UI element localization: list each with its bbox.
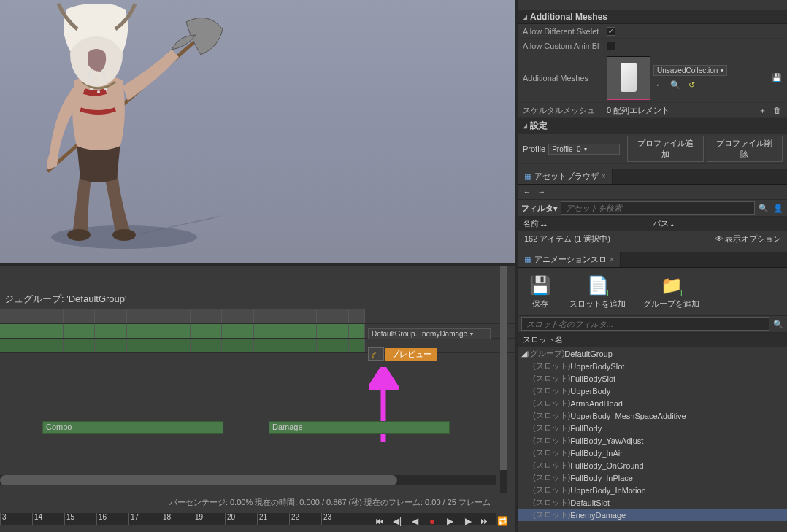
preview-icon: 🎓 bbox=[368, 347, 384, 361]
add-group-button[interactable]: 📁+ グループを追加 bbox=[636, 271, 707, 312]
preview-button[interactable]: 🎓 プレビュー bbox=[368, 347, 437, 361]
details-panel: Additional Meshes Allow Different Skelet… bbox=[518, 0, 787, 532]
svg-point-3 bbox=[112, 229, 136, 241]
ruler-tick: 19 bbox=[193, 513, 225, 525]
section-combo[interactable]: Combo bbox=[42, 421, 223, 434]
delete-profile-button[interactable]: プロファイル削除 bbox=[707, 136, 783, 162]
loop-icon[interactable]: 🔁 bbox=[496, 514, 509, 528]
additional-meshes-header[interactable]: Additional Meshes bbox=[518, 10, 787, 24]
array-elements-text: 0 配列エレメント bbox=[607, 105, 669, 116]
ruler-tick: 15 bbox=[64, 513, 96, 525]
track-row[interactable] bbox=[0, 339, 515, 353]
slot-item[interactable]: (スロット) FullBody_YawAdjust bbox=[518, 434, 787, 447]
montage-group-header[interactable]: ジュグループ: 'DefaultGroup' bbox=[0, 290, 515, 309]
ruler-tick: 3 bbox=[0, 513, 32, 525]
close-icon[interactable]: × bbox=[610, 255, 614, 263]
slot-item[interactable]: (スロット) UpperBody_MeshSpaceAdditive bbox=[518, 409, 787, 422]
search-icon[interactable]: 🔍 bbox=[772, 318, 784, 330]
ruler-tick: 23 bbox=[321, 513, 353, 525]
tab-asset-browser[interactable]: ▦ アセットブラウザ × bbox=[518, 169, 613, 184]
svg-point-5 bbox=[97, 90, 100, 93]
add-slot-icon: 📄+ bbox=[586, 274, 610, 297]
filter-label[interactable]: フィルタ▾ bbox=[521, 203, 558, 214]
search-icon[interactable]: 🔍 bbox=[669, 79, 681, 90]
svg-point-2 bbox=[67, 229, 91, 241]
allow-custom-animbp-label: Allow Custom AnimBl bbox=[523, 42, 607, 50]
save-icon[interactable]: 💾 bbox=[771, 72, 783, 84]
profile-label: Profile bbox=[523, 144, 545, 153]
slot-item[interactable]: (スロット) UpperBody bbox=[518, 385, 787, 397]
track-row[interactable] bbox=[0, 309, 515, 324]
step-back-icon[interactable]: ◀| bbox=[391, 514, 404, 528]
timeline-status: パーセンテージ: 0.00% 現在の時間: 0.000 / 0.867 (秒) … bbox=[0, 497, 496, 508]
mesh-thumbnail[interactable] bbox=[607, 56, 650, 100]
close-icon[interactable]: × bbox=[602, 172, 606, 180]
allow-different-skeletons-checkbox[interactable] bbox=[607, 27, 615, 36]
settings-header[interactable]: 設定 bbox=[518, 118, 787, 134]
allow-different-skeletons-label: Allow Different Skelet bbox=[523, 27, 607, 36]
user-icon[interactable]: 👤 bbox=[772, 202, 784, 214]
svg-marker-10 bbox=[373, 370, 394, 386]
additional-meshes-label: Additional Meshes bbox=[523, 74, 607, 82]
save-button[interactable]: 💾 保存 bbox=[521, 271, 559, 312]
slot-dropdown[interactable]: DefaultGroup.EnemyDamage bbox=[368, 328, 491, 339]
slot-item[interactable]: (スロット) FullBody_OnGround bbox=[518, 459, 787, 471]
slot-name-col[interactable]: スロット名 bbox=[523, 334, 563, 345]
skip-end-icon[interactable]: ⏭ bbox=[478, 514, 491, 528]
slot-item[interactable]: (スロット) EnemyDamage bbox=[518, 509, 787, 521]
floppy-icon: 💾 bbox=[529, 274, 552, 297]
view-options[interactable]: 👁 表示オプション bbox=[715, 234, 781, 244]
slot-tree: ◢(グループ) DefaultGroup (スロット) UpperBodySlo… bbox=[518, 347, 787, 521]
ruler-tick: 14 bbox=[32, 513, 64, 525]
slot-item[interactable]: (スロット) FullBody bbox=[518, 422, 787, 434]
anim-slot-icon: ▦ bbox=[524, 255, 531, 264]
svg-point-4 bbox=[90, 88, 93, 90]
slot-filter-input[interactable] bbox=[521, 317, 769, 331]
step-fwd-icon[interactable]: |▶ bbox=[461, 514, 474, 528]
slot-item[interactable]: (スロット) ArmsAndHead bbox=[518, 397, 787, 409]
add-slot-button[interactable]: 📄+ スロットを追加 bbox=[562, 271, 633, 312]
skip-start-icon[interactable]: ⏮ bbox=[373, 514, 386, 528]
profile-dropdown[interactable]: Profile_0 bbox=[548, 144, 620, 155]
h-scrollbar[interactable] bbox=[0, 475, 496, 485]
svg-point-6 bbox=[104, 88, 107, 90]
slot-item[interactable]: (スロット) DefaultSlot bbox=[518, 496, 787, 509]
ruler-tick: 18 bbox=[161, 513, 193, 525]
add-element-icon[interactable]: ＋ bbox=[756, 104, 768, 116]
slot-item[interactable]: (スロット) UpperBodySlot bbox=[518, 360, 787, 372]
slot-group[interactable]: ◢(グループ) DefaultGroup bbox=[518, 347, 787, 360]
allow-custom-animbp-checkbox[interactable] bbox=[607, 42, 615, 50]
ruler-tick: 16 bbox=[96, 513, 128, 525]
add-group-icon: 📁+ bbox=[660, 274, 683, 297]
v-scrollbar[interactable] bbox=[500, 266, 507, 493]
viewport[interactable] bbox=[0, 0, 515, 263]
timeline-panel: ジュグループ: 'DefaultGroup' DefaultGroup.Enem… bbox=[0, 266, 515, 532]
play-reverse-icon[interactable]: ◀ bbox=[408, 514, 421, 528]
svg-marker-9 bbox=[370, 367, 396, 388]
slot-item[interactable]: (スロット) UpperBody_InMotion bbox=[518, 484, 787, 496]
slot-item[interactable]: (スロット) FullBody_InAir bbox=[518, 447, 787, 459]
nav-back-icon[interactable]: ← bbox=[521, 186, 533, 198]
asset-count: 162 アイテム (1 選択中) bbox=[524, 234, 610, 244]
ruler-tick: 22 bbox=[289, 513, 321, 525]
play-icon[interactable]: ▶ bbox=[443, 514, 456, 528]
collection-dropdown[interactable]: UnsavedCollection bbox=[653, 65, 727, 76]
slot-item[interactable]: (スロット) FullBody_InPlace bbox=[518, 471, 787, 484]
ruler-tick: 21 bbox=[257, 513, 289, 525]
col-name[interactable]: 名前 ▴▴ bbox=[523, 218, 653, 229]
section-damage[interactable]: Damage bbox=[269, 421, 450, 434]
nav-fwd-icon[interactable]: → bbox=[536, 186, 548, 198]
clear-elements-icon[interactable]: 🗑 bbox=[771, 104, 783, 116]
search-icon[interactable]: 🔍 bbox=[758, 202, 769, 214]
ruler-tick: 20 bbox=[225, 513, 257, 525]
back-icon[interactable]: ← bbox=[653, 79, 665, 90]
add-profile-button[interactable]: プロファイル追加 bbox=[627, 136, 703, 162]
slot-item[interactable]: (スロット) FullBodySlot bbox=[518, 372, 787, 385]
col-path[interactable]: パス ▴ bbox=[653, 218, 783, 229]
tab-anim-slot[interactable]: ▦ アニメーションスロ × bbox=[518, 252, 621, 267]
ruler-tick: 17 bbox=[128, 513, 161, 525]
skeletal-mesh-label: スケルタルメッシュ bbox=[523, 105, 607, 116]
reset-icon[interactable]: ↺ bbox=[686, 79, 697, 90]
record-icon[interactable]: ● bbox=[426, 514, 439, 528]
asset-search-input[interactable] bbox=[561, 201, 755, 215]
